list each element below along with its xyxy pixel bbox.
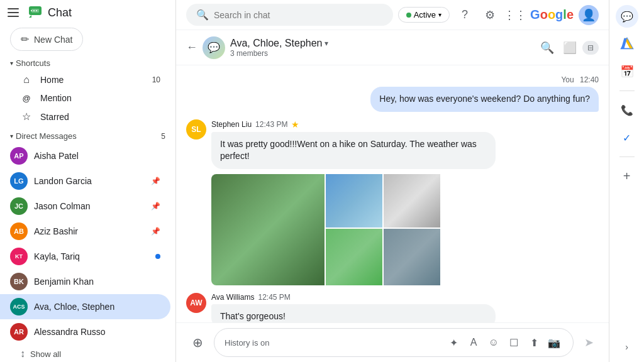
new-chat-button[interactable]: ✏ New Chat	[10, 28, 83, 51]
sparkle-button[interactable]: ✦	[445, 334, 462, 351]
search-icon: 🔍	[196, 9, 209, 21]
stephen-name: Stephen Liu	[211, 120, 252, 129]
input-area: ⊕ History is on ✦ A ☺ ☐ ⬆ 📷 ➤	[176, 322, 609, 362]
ava-bubble: That's gorgeous!	[211, 304, 496, 322]
send-button[interactable]: ➤	[579, 332, 599, 353]
status-label: Active	[414, 10, 436, 19]
user-avatar[interactable]: 👤	[579, 5, 599, 25]
add-app-button[interactable]: +	[616, 165, 638, 187]
dm-item-kayla[interactable]: KT Kayla, Tariq	[0, 244, 170, 269]
google-chat-logo-icon	[28, 5, 43, 20]
stephen-message: SL Stephen Liu 12:43 PM ★ It was pretty …	[186, 119, 496, 285]
attachment-button[interactable]: ☐	[505, 334, 523, 351]
status-dot-icon	[406, 13, 411, 18]
stephen-text: It was pretty good!!!Went on a hike on S…	[220, 139, 477, 162]
new-chat-icon: ✏	[21, 33, 29, 45]
apps-button[interactable]: ⋮⋮	[505, 5, 525, 25]
dm-pin-aziz-icon: 📌	[151, 227, 160, 236]
dm-avatar-ava-chloe: ACS	[10, 298, 28, 315]
google-logo: Google	[530, 8, 574, 22]
dm-item-landon[interactable]: LG Landon Garcia 📌	[0, 168, 170, 194]
dm-item-aisha[interactable]: AP Aisha Patel	[0, 143, 170, 168]
sidebar-header: Chat	[0, 0, 175, 25]
chat-header-info: Ava, Chloe, Stephen ▾ 3 members	[230, 38, 532, 58]
emoji-button[interactable]: ☺	[485, 334, 502, 351]
thread-toggle[interactable]: ⊟	[582, 41, 599, 55]
dm-avatar-aisha: AP	[10, 147, 28, 165]
dm-item-alessandra[interactable]: AR Alessandra Russo	[0, 319, 170, 344]
dm-item-ava-chloe-stephen[interactable]: ACS Ava, Chloe, Stephen	[0, 294, 170, 319]
help-icon: ?	[462, 8, 468, 21]
home-label: Home	[40, 75, 64, 85]
video-icon: ⬜	[563, 41, 577, 55]
meet-app-icon[interactable]: 📞	[616, 99, 638, 121]
dm-item-jason[interactable]: JC Jason Colman 📌	[0, 194, 170, 219]
chat-container: ← 💬 Ava, Chloe, Stephen ▾ 3 members 🔍 ⬜	[176, 30, 609, 362]
search-bar[interactable]: 🔍	[186, 4, 393, 26]
ava-message: AW Ava Williams 12:45 PM That's gorgeous…	[186, 293, 496, 322]
message-input-box[interactable]: History is on ✦ A ☺ ☐ ⬆ 📷	[214, 328, 574, 357]
ava-text: That's gorgeous!	[220, 311, 286, 321]
expand-button[interactable]: ›	[620, 337, 633, 357]
drive-app-icon[interactable]	[616, 33, 638, 55]
nav-item-home[interactable]: ⌂ Home 10	[0, 70, 170, 89]
status-button[interactable]: Active ▾	[398, 7, 450, 23]
right-sidebar-divider-2	[619, 156, 635, 157]
calendar-icon: 📅	[620, 65, 634, 79]
shortcuts-section-header[interactable]: ▾ Shortcuts	[0, 56, 175, 70]
shortcuts-chevron-icon: ▾	[10, 60, 13, 67]
dm-avatar-alessandra: AR	[10, 323, 28, 341]
upload-button[interactable]: ⬆	[525, 334, 543, 351]
calendar-app-icon[interactable]: 📅	[616, 60, 638, 83]
group-name-chevron-icon: ▾	[325, 39, 328, 48]
dm-name-alessandra: Alessandra Russo	[34, 327, 160, 337]
video-button[interactable]: ⬜	[560, 38, 580, 58]
messages-area: You 12:40 Hey, how was everyone's weeken…	[176, 65, 609, 322]
photo-2	[326, 174, 382, 228]
dm-section-toggle[interactable]: ▾ Direct Messages	[10, 131, 77, 141]
nav-item-mention[interactable]: @ Mention	[0, 89, 170, 107]
stephen-meta: Stephen Liu 12:43 PM ★	[211, 119, 496, 129]
dm-avatar-benjamin: BK	[10, 273, 28, 290]
dm-badge: 5	[161, 132, 165, 141]
chat-members-count: 3 members	[230, 49, 532, 58]
grid-icon: ⋮⋮	[504, 8, 526, 22]
photo-1	[211, 174, 325, 285]
dm-section-label: Direct Messages	[16, 131, 77, 141]
settings-button[interactable]: ⚙	[480, 5, 500, 25]
topbar-right: Active ▾ ? ⚙ ⋮⋮ Google 👤	[398, 5, 599, 25]
chat-group-name[interactable]: Ava, Chloe, Stephen ▾	[230, 38, 532, 49]
add-button[interactable]: ⊕	[186, 331, 209, 354]
user-avatar-image: 👤	[582, 8, 596, 22]
dm-section-header: ▾ Direct Messages 5	[0, 129, 175, 143]
direct-messages-section: ▾ Direct Messages 5 AP Aisha Patel LG La…	[0, 129, 175, 362]
help-button[interactable]: ?	[455, 5, 475, 25]
search-input[interactable]	[214, 10, 383, 20]
dm-avatar-landon: LG	[10, 172, 28, 190]
svg-rect-4	[33, 10, 35, 11]
format-button[interactable]: A	[465, 334, 482, 351]
hamburger-menu-button[interactable]	[8, 5, 23, 20]
nav-item-starred[interactable]: ☆ Starred	[0, 107, 170, 126]
dm-name-kayla: Kayla, Tariq	[34, 251, 153, 261]
stephen-photos[interactable]	[211, 174, 496, 285]
dm-show-all[interactable]: ↕ Show all	[0, 344, 175, 362]
svg-marker-2	[29, 15, 31, 18]
camera-button[interactable]: 📷	[545, 334, 563, 351]
status-chevron-icon: ▾	[438, 11, 441, 18]
dm-item-benjamin[interactable]: BK Benjamin Khan	[0, 269, 170, 294]
my-message: You 12:40 Hey, how was everyone's weeken…	[370, 75, 599, 112]
chat-app-icon[interactable]: 💬	[616, 5, 638, 28]
dm-item-aziz[interactable]: AB Aziz Bashir 📌	[0, 219, 170, 244]
dm-pin-landon-icon: 📌	[151, 177, 160, 185]
history-label: History is on	[225, 338, 440, 348]
tasks-app-icon[interactable]: ✓	[616, 126, 638, 149]
back-button[interactable]: ←	[186, 41, 197, 54]
dm-name-jason: Jason Colman	[34, 201, 148, 211]
my-message-meta: You 12:40	[370, 75, 599, 84]
my-message-text: Hey, how was everyone's weekend? Do anyt…	[379, 94, 590, 104]
dm-name-landon: Landon Garcia	[34, 176, 148, 186]
stephen-star-icon[interactable]: ★	[291, 119, 299, 129]
chat-search-button[interactable]: 🔍	[537, 38, 557, 58]
ava-avatar: AW	[186, 293, 206, 313]
